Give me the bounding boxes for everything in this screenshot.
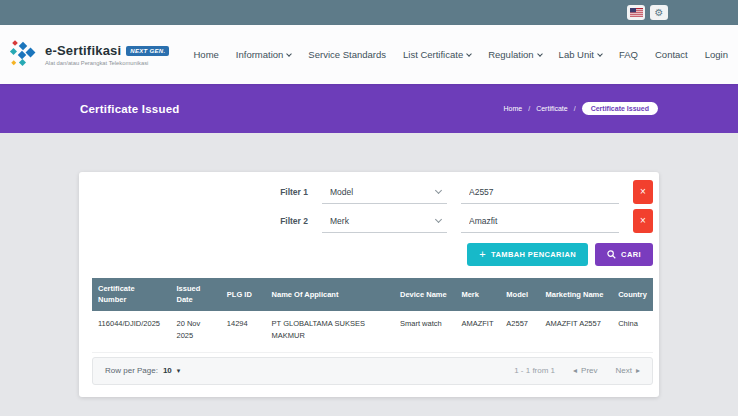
breadcrumb-separator: / [574, 105, 576, 112]
filter-2-value-input[interactable] [461, 210, 619, 233]
page-banner: Certificate Issued Home / Certificate / … [0, 84, 738, 133]
filter-1-label: Filter 1 [280, 187, 308, 197]
rows-per-page-select[interactable]: 10 [163, 366, 172, 375]
prev-arrow-icon: ◂ [573, 366, 577, 375]
nav-lab-unit[interactable]: Lab Unit [559, 49, 602, 60]
cell-certificate-number: 116044/DJID/2025 [92, 311, 170, 353]
certificate-table: Certificate Number Issued Date PLG ID Na… [92, 278, 653, 353]
nav-list-certificate[interactable]: List Certificate [403, 49, 471, 60]
caret-down-icon[interactable]: ▾ [177, 367, 181, 375]
gear-icon: ⚙ [655, 8, 664, 18]
rows-per-page: Row per Page: 10 ▾ [105, 366, 180, 375]
col-certificate-number: Certificate Number [92, 278, 170, 311]
pagination-bar: Row per Page: 10 ▾ 1 - 1 from 1 ◂ Prev N… [92, 357, 653, 385]
cell-name-of-applicant: PT GLOBALTAMA SUKSES MAKMUR [266, 311, 394, 353]
filter-2-label: Filter 2 [280, 216, 308, 226]
filter-row-1: Filter 1 Model × [92, 180, 653, 204]
breadcrumb-current: Certificate Issued [582, 102, 658, 115]
cell-merk: AMAZFIT [455, 311, 500, 353]
cell-device-name: Smart watch [394, 311, 455, 353]
chevron-down-icon [597, 51, 603, 57]
col-model: Model [500, 278, 539, 311]
cell-issued-date: 20 Nov 2025 [170, 311, 220, 353]
breadcrumb: Home / Certificate / Certificate Issued [504, 102, 658, 115]
next-page-button[interactable]: Next ▸ [616, 366, 640, 375]
close-icon: × [640, 186, 646, 197]
cell-marketing-name: AMAZFIT A2557 [540, 311, 613, 353]
chevron-down-icon [466, 51, 472, 57]
chevron-down-icon [537, 51, 543, 57]
nav-login[interactable]: Login [705, 49, 728, 60]
cell-model: A2557 [500, 311, 539, 353]
col-device-name: Device Name [394, 278, 455, 311]
brand-badge: NEXT GEN. [126, 46, 169, 56]
main-nav: Home Information Service Standards List … [193, 49, 728, 60]
nav-service-standards[interactable]: Service Standards [308, 49, 386, 60]
filter-row-2: Filter 2 Merk × [92, 209, 653, 233]
filter-1-value-input[interactable] [461, 181, 619, 204]
add-search-button[interactable]: + TAMBAH PENCARIAN [467, 243, 588, 266]
search-button[interactable]: CARI [595, 243, 653, 266]
nav-contact[interactable]: Contact [655, 49, 688, 60]
actions-row: + TAMBAH PENCARIAN CARI [92, 243, 653, 266]
breadcrumb-home[interactable]: Home [504, 105, 523, 112]
brand-logo[interactable]: e-Sertifikasi NEXT GEN. Alat dan/atau Pe… [8, 39, 169, 70]
chevron-down-icon [435, 186, 442, 193]
page-range: 1 - 1 from 1 [514, 366, 555, 375]
next-arrow-icon: ▸ [636, 366, 640, 375]
brand-mark-icon [8, 39, 38, 70]
filter-2-field-select[interactable]: Merk [322, 210, 447, 233]
settings-button[interactable]: ⚙ [650, 5, 668, 20]
cell-plg-id: 14294 [221, 311, 266, 353]
navbar: e-Sertifikasi NEXT GEN. Alat dan/atau Pe… [0, 25, 738, 84]
chevron-down-icon [435, 215, 442, 222]
us-flag-icon [630, 8, 643, 17]
certificate-search-card: Filter 1 Model × Filter 2 Merk × + TAMBA… [79, 172, 659, 397]
brand-subtitle: Alat dan/atau Perangkat Telekomunikasi [45, 60, 169, 66]
close-icon: × [640, 215, 646, 226]
nav-regulation[interactable]: Regulation [488, 49, 541, 60]
breadcrumb-certificate[interactable]: Certificate [536, 105, 568, 112]
topbar: ⚙ [0, 0, 738, 25]
filter-1-remove-button[interactable]: × [633, 180, 653, 204]
nav-home[interactable]: Home [193, 49, 218, 60]
filter-2-remove-button[interactable]: × [633, 209, 653, 233]
rows-per-page-label: Row per Page: [105, 366, 158, 375]
breadcrumb-separator: / [528, 105, 530, 112]
cell-country: China [612, 311, 653, 353]
col-name-of-applicant: Name Of Applicant [266, 278, 394, 311]
search-icon [607, 250, 616, 259]
filter-1-field-select[interactable]: Model [322, 181, 447, 204]
nav-information[interactable]: Information [236, 49, 292, 60]
page-title: Certificate Issued [80, 103, 179, 115]
col-plg-id: PLG ID [221, 278, 266, 311]
col-merk: Merk [455, 278, 500, 311]
chevron-down-icon [287, 51, 293, 57]
table-header: Certificate Number Issued Date PLG ID Na… [92, 278, 653, 311]
language-flag-button[interactable] [627, 5, 645, 20]
table-row[interactable]: 116044/DJID/2025 20 Nov 2025 14294 PT GL… [92, 311, 653, 353]
plus-icon: + [479, 248, 486, 260]
nav-faq[interactable]: FAQ [619, 49, 638, 60]
col-issued-date: Issued Date [170, 278, 220, 311]
col-marketing-name: Marketing Name [540, 278, 613, 311]
col-country: Country [612, 278, 653, 311]
brand-title: e-Sertifikasi [45, 43, 121, 58]
prev-page-button[interactable]: ◂ Prev [573, 366, 597, 375]
